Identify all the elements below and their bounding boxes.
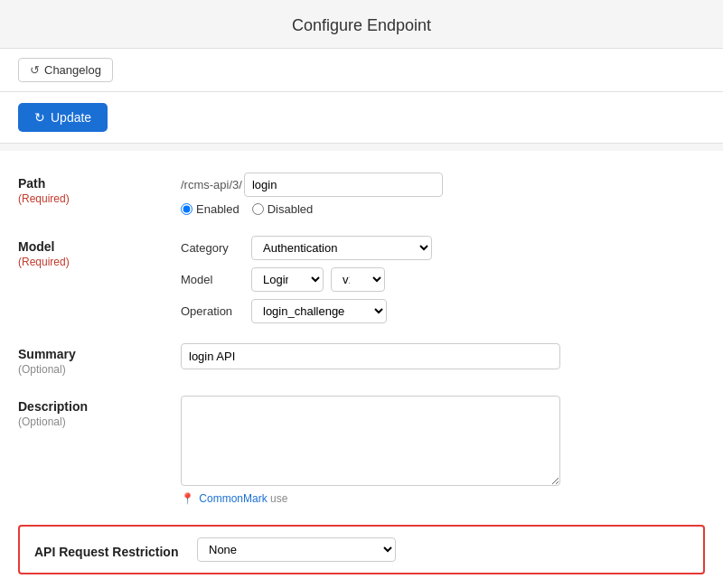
api-restriction-label-col: API Request Restriction <box>34 541 197 559</box>
model-select[interactable]: Login Logout <box>251 267 324 292</box>
operation-row: Operation login_challenge login logout <box>181 299 705 323</box>
summary-label-col: Summary (Optional) <box>18 343 181 376</box>
api-restriction-select[interactable]: None Auth Required Admin Only <box>197 537 396 562</box>
path-required: (Required) <box>18 192 181 205</box>
refresh-icon: ↺ <box>30 63 40 77</box>
commonmark-suffix: use <box>268 492 288 505</box>
description-row: Description (Optional) 📍 CommonMark use <box>18 396 705 505</box>
top-bar: ↺ Changelog <box>0 49 723 92</box>
radio-group: Enabled Disabled <box>181 202 705 216</box>
update-label: Update <box>51 110 91 125</box>
summary-optional: (Optional) <box>18 363 181 376</box>
operation-label: Operation <box>181 304 244 318</box>
summary-label: Summary <box>18 347 181 361</box>
disabled-label: Disabled <box>268 202 314 216</box>
operation-select[interactable]: login_challenge login logout <box>251 299 387 323</box>
api-restriction-row: API Request Restriction None Auth Requir… <box>18 525 705 574</box>
model-label: Model <box>18 239 181 254</box>
api-restriction-label: API Request Restriction <box>34 545 197 559</box>
category-select[interactable]: Authentication User Content Media <box>251 236 432 260</box>
summary-control-col <box>181 343 705 369</box>
enabled-radio[interactable] <box>181 203 192 215</box>
category-label: Category <box>181 241 244 255</box>
path-row: Path (Required) /rcms-api/3/ Enabled Dis… <box>18 173 705 216</box>
model-control-col: Category Authentication User Content Med… <box>181 236 705 323</box>
description-label: Description <box>18 399 181 414</box>
path-input[interactable] <box>244 173 443 197</box>
path-control-col: /rcms-api/3/ Enabled Disabled <box>181 173 705 216</box>
model-row: Model (Required) Category Authentication… <box>18 236 705 323</box>
path-input-wrapper: /rcms-api/3/ <box>181 173 705 197</box>
description-control-col: 📍 CommonMark use <box>181 396 705 505</box>
page-title: Configure Endpoint <box>0 16 723 35</box>
commonmark-link[interactable]: CommonMark <box>199 492 267 505</box>
update-button[interactable]: ↻ Update <box>18 103 108 132</box>
description-textarea[interactable] <box>181 396 560 486</box>
commonmark-hint: 📍 CommonMark use <box>181 492 705 505</box>
path-label: Path <box>18 176 181 191</box>
summary-input[interactable] <box>181 343 560 369</box>
model-label-col: Model (Required) <box>18 236 181 268</box>
form-area: Path (Required) /rcms-api/3/ Enabled Dis… <box>0 151 723 588</box>
model-required: (Required) <box>18 256 181 268</box>
path-label-col: Path (Required) <box>18 173 181 205</box>
disabled-radio[interactable] <box>252 203 264 215</box>
changelog-label: Changelog <box>44 63 101 77</box>
page-wrapper: Configure Endpoint ↺ Changelog ↻ Update … <box>0 0 723 588</box>
description-optional: (Optional) <box>18 415 181 428</box>
pin-icon: 📍 <box>181 492 194 505</box>
enabled-radio-label[interactable]: Enabled <box>181 202 239 216</box>
model-select-label: Model <box>181 273 244 286</box>
enabled-label: Enabled <box>196 202 239 216</box>
model-select-row: Model Login Logout v1 v2 <box>181 267 705 292</box>
version-select[interactable]: v1 v2 <box>331 267 385 292</box>
update-icon: ↻ <box>34 110 45 125</box>
page-title-bar: Configure Endpoint <box>0 0 723 49</box>
description-label-col: Description (Optional) <box>18 396 181 428</box>
changelog-button[interactable]: ↺ Changelog <box>18 58 113 82</box>
toolbar: ↻ Update <box>0 92 723 144</box>
model-grid: Category Authentication User Content Med… <box>181 236 705 323</box>
api-restriction-control-col: None Auth Required Admin Only <box>197 537 689 562</box>
category-row: Category Authentication User Content Med… <box>181 236 705 260</box>
summary-row: Summary (Optional) <box>18 343 705 376</box>
path-prefix: /rcms-api/3/ <box>181 178 242 191</box>
disabled-radio-label[interactable]: Disabled <box>252 202 314 216</box>
